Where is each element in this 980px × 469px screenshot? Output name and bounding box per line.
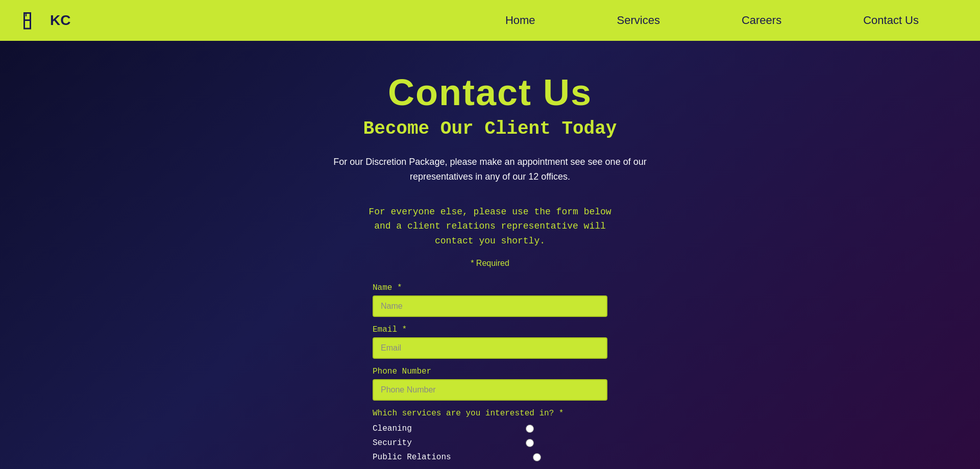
list-item: Cleaning <box>373 424 607 433</box>
nav-contact[interactable]: Contact Us <box>822 14 960 27</box>
cleaning-radio[interactable] <box>526 425 534 433</box>
phone-group: Phone Number <box>373 367 607 401</box>
email-input[interactable] <box>373 337 607 359</box>
list-item: Public Relations <box>373 453 607 462</box>
phone-input[interactable] <box>373 379 607 401</box>
name-group: Name * <box>373 283 607 317</box>
security-label: Security <box>373 438 444 448</box>
page-description: For our Discretion Package, please make … <box>316 155 664 184</box>
services-group: Which services are you interested in? * … <box>373 409 607 462</box>
public-relations-radio[interactable] <box>533 453 541 461</box>
services-label: Which services are you interested in? * <box>373 409 607 418</box>
cleaning-label: Cleaning <box>373 424 444 433</box>
contact-form: Name * Email * Phone Number Which servic… <box>373 283 607 469</box>
email-label: Email * <box>373 325 607 334</box>
list-item: Security <box>373 438 607 448</box>
name-input[interactable] <box>373 295 607 317</box>
logo-link[interactable]: KC <box>20 8 70 33</box>
public-relations-label: Public Relations <box>373 453 451 462</box>
nav-links: Home Services Careers Contact Us <box>464 14 960 27</box>
page-title: Contact Us <box>388 71 592 113</box>
required-note: * Required <box>471 259 509 268</box>
nav-services[interactable]: Services <box>576 14 701 27</box>
name-label: Name * <box>373 283 607 292</box>
email-group: Email * <box>373 325 607 359</box>
form-intro: For everyone else, please use the form b… <box>362 205 618 249</box>
security-radio[interactable] <box>526 439 534 447</box>
main-content: Contact Us Become Our Client Today For o… <box>0 41 980 469</box>
logo-icon <box>20 8 45 33</box>
nav-home[interactable]: Home <box>464 14 576 27</box>
logo-text: KC <box>50 12 70 29</box>
svg-rect-2 <box>23 19 31 21</box>
nav-careers[interactable]: Careers <box>701 14 822 27</box>
radio-group: Cleaning Security Public Relations <box>373 424 607 462</box>
page-subtitle: Become Our Client Today <box>363 118 617 139</box>
phone-label: Phone Number <box>373 367 607 376</box>
svg-rect-3 <box>23 12 31 14</box>
navbar: KC Home Services Careers Contact Us <box>0 0 980 41</box>
